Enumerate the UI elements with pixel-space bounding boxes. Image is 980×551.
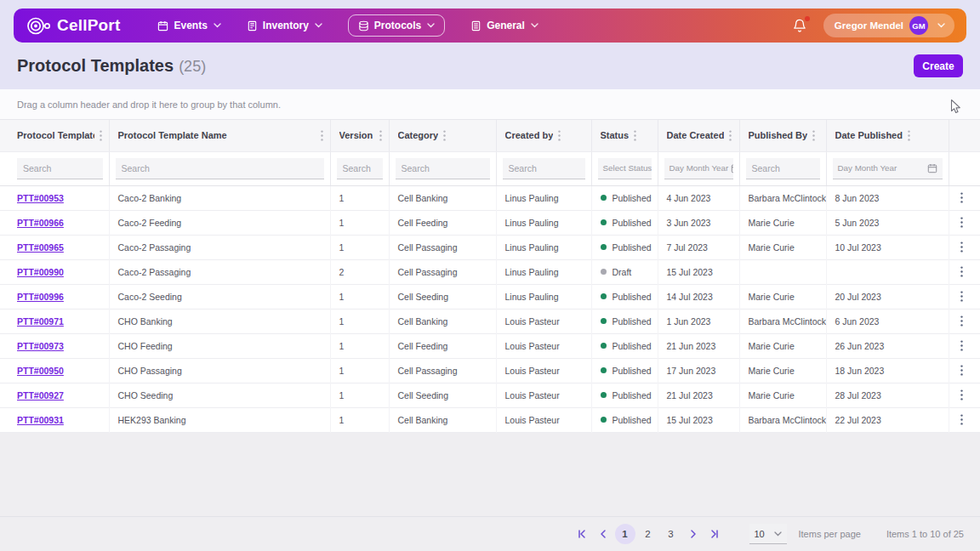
cell-name: CHO Banking (109, 309, 330, 333)
template-id-link[interactable]: PTT#00966 (17, 218, 64, 228)
column-menu-icon[interactable] (443, 130, 446, 141)
template-id-link[interactable]: PTT#00965 (17, 242, 64, 253)
page-count: (25) (179, 58, 206, 76)
filter-cell-version (330, 151, 389, 185)
column-header-protocol-template-name[interactable]: Protocol Template Name (109, 120, 330, 151)
filter-date-date-created[interactable]: Day Month Year (664, 158, 733, 179)
cell-created-by: Linus Pauling (496, 259, 591, 284)
template-id-link[interactable]: PTT#00927 (17, 390, 64, 400)
column-header-date-published[interactable]: Date Published (826, 120, 949, 151)
column-header-created-by[interactable]: Created by (496, 120, 591, 151)
column-menu-icon[interactable] (812, 130, 815, 141)
row-menu-button[interactable] (958, 241, 980, 253)
brand-name: CellPort (57, 16, 120, 35)
column-menu-icon[interactable] (321, 130, 323, 141)
cell-id: PTT#00971 (0, 309, 109, 333)
template-id-link[interactable]: PTT#00950 (17, 366, 64, 376)
cell-created-by: Linus Pauling (496, 210, 591, 235)
filter-input-published-by[interactable] (746, 158, 820, 179)
brand[interactable]: CellPort (26, 14, 120, 37)
column-header-protocol-template-id[interactable]: Protocol Template ID (0, 120, 109, 151)
notifications-button[interactable] (793, 18, 806, 33)
template-id-link[interactable]: PTT#00973 (17, 341, 64, 351)
nav-item-protocols[interactable]: Protocols (348, 14, 445, 37)
column-header-published-by[interactable]: Published By (739, 120, 826, 151)
column-menu-icon[interactable] (558, 130, 561, 141)
filter-select-status[interactable]: Select Status (598, 158, 652, 179)
filter-cell-protocol-template-id (0, 151, 109, 185)
row-menu-button[interactable] (958, 414, 980, 425)
row-menu-button[interactable] (958, 266, 980, 277)
filter-input-created-by[interactable] (503, 158, 585, 179)
row-menu-button[interactable] (958, 192, 980, 203)
cell-published-by: Marie Curie (739, 383, 826, 407)
row-menu-button[interactable] (958, 365, 980, 376)
cell-name: Caco-2 Seeding (109, 284, 330, 309)
row-menu-button[interactable] (958, 389, 980, 400)
status-badge: Published (612, 218, 652, 228)
template-id-link[interactable]: PTT#00971 (17, 316, 64, 327)
cell-published-by: Barbara McClintock (739, 309, 826, 333)
last-page-button[interactable] (705, 525, 724, 543)
group-by-hint: Drag a column header and drop it here to… (17, 99, 281, 110)
row-menu-button[interactable] (958, 340, 980, 351)
column-menu-icon[interactable] (729, 130, 732, 141)
cell-date-published: 10 Jul 2023 (826, 235, 949, 259)
filter-input-protocol-template-id[interactable] (17, 158, 103, 179)
column-label: Created by (505, 130, 554, 140)
row-menu-button[interactable] (958, 315, 980, 327)
cell-created-by: Louis Pasteur (496, 383, 591, 407)
template-id-link[interactable]: PTT#00953 (17, 193, 64, 203)
group-by-bar[interactable]: Drag a column header and drop it here to… (0, 89, 980, 120)
templates-table: Protocol Template IDProtocol Template Na… (0, 120, 980, 433)
status-dot (601, 343, 607, 349)
template-id-link[interactable]: PTT#00990 (17, 267, 64, 277)
cell-name: CHO Seeding (109, 383, 330, 407)
user-menu[interactable]: Gregor Mendel GM (823, 14, 954, 37)
cellport-logo-icon (26, 14, 51, 37)
filter-date-date-published[interactable]: Day Month Year (833, 158, 943, 179)
create-button[interactable]: Create (914, 54, 963, 77)
template-id-link[interactable]: PTT#00996 (17, 292, 64, 302)
top-navbar: CellPort EventsInventoryProtocolsGeneral… (14, 9, 966, 43)
page-button-1[interactable]: 1 (615, 524, 635, 544)
filter-cell-created-by (496, 151, 591, 185)
page-button-3[interactable]: 3 (661, 524, 681, 544)
prev-page-button[interactable] (594, 525, 612, 543)
pagination-bar: 123 10 Items per page Items 1 to 10 of 2… (0, 516, 980, 551)
filter-input-protocol-template-name[interactable] (116, 158, 324, 179)
next-page-button[interactable] (684, 525, 703, 543)
page-title-text: Protocol Templates (17, 56, 174, 76)
column-menu-icon[interactable] (908, 130, 910, 141)
column-header-version[interactable]: Version # (330, 120, 389, 151)
row-menu-button[interactable] (958, 217, 980, 228)
cell-version: 1 (330, 210, 389, 235)
navbar-right: Gregor Mendel GM (793, 14, 954, 37)
column-header-status[interactable]: Status (591, 120, 658, 151)
status-dot (601, 318, 607, 324)
row-menu-button[interactable] (958, 291, 980, 302)
column-header-date-created[interactable]: Date Created (658, 120, 739, 151)
table-row: PTT#00965Caco-2 Passaging1Cell Passaging… (0, 235, 980, 259)
column-menu-icon[interactable] (100, 130, 102, 141)
nav-item-events[interactable]: Events (157, 20, 220, 31)
column-menu-icon[interactable] (379, 130, 382, 141)
cell-category: Cell Passaging (389, 235, 496, 259)
cell-name: Caco-2 Passaging (109, 259, 330, 284)
page-size-select[interactable]: 10 (749, 524, 787, 544)
page-button-2[interactable]: 2 (638, 524, 658, 544)
filter-date-value: Day Month Year (669, 163, 729, 173)
cell-version: 1 (330, 333, 389, 358)
column-header-category[interactable]: Category (389, 120, 496, 151)
template-id-link[interactable]: PTT#00931 (17, 415, 64, 425)
first-page-button[interactable] (573, 525, 591, 543)
table-row: PTT#00971CHO Banking1Cell BankingLouis P… (0, 309, 980, 333)
filter-input-category[interactable] (396, 158, 490, 179)
column-menu-icon[interactable] (634, 130, 636, 141)
filter-input-version[interactable] (337, 158, 383, 179)
cell-category: Cell Passaging (389, 358, 496, 383)
cell-date-published: 8 Jun 2023 (826, 185, 949, 210)
cell-published-by: Marie Curie (739, 333, 826, 358)
nav-item-general[interactable]: General (470, 20, 538, 31)
nav-item-inventory[interactable]: Inventory (247, 20, 322, 31)
